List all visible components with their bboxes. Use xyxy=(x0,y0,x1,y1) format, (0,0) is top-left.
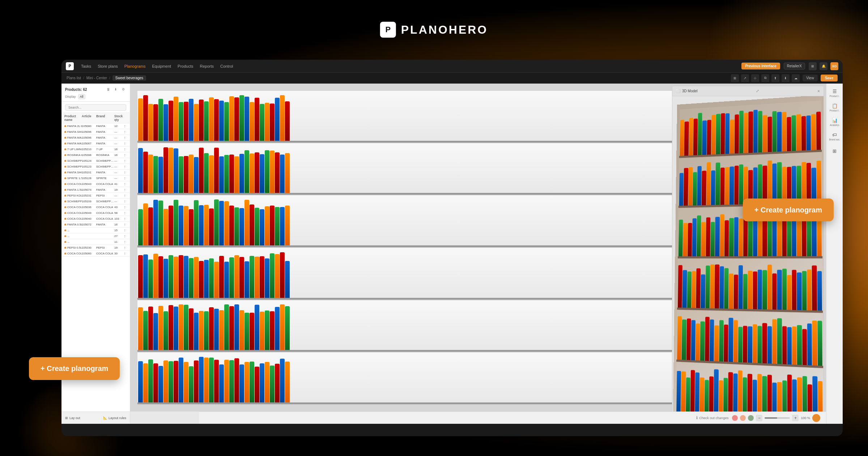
col-stock: Stock qty xyxy=(114,114,123,122)
nav-item-control[interactable]: Control xyxy=(220,64,233,68)
table-row[interactable]: FANTA SHOKAT... 105096 FANTA — ⋮ xyxy=(61,129,130,135)
create-planogram-right-label: + Create planogram xyxy=(754,206,822,214)
table-row[interactable]: SCHWEPPES IN... 105124 SCHWEPPES — ⋮ xyxy=(61,158,130,164)
breadcrumb-mini-center[interactable]: Mini - Center xyxy=(86,76,107,80)
download-icon[interactable]: ⬇ xyxy=(782,74,790,82)
display-row: Display All xyxy=(65,94,126,99)
search-input[interactable] xyxy=(65,104,126,111)
extra-icon: ⊞ xyxy=(833,148,837,154)
table-row[interactable]: ... 27 ⋮ xyxy=(61,233,130,239)
table-row[interactable]: COCA COLA 0.5... 105036 COCA COLA 43 ⋮ xyxy=(61,204,130,210)
model-title: ⬜ 3D Model xyxy=(676,89,698,93)
table-row[interactable]: FANTA 0.5L JT... 105072 FANTA 16 ⋮ xyxy=(61,222,130,228)
table-row[interactable]: SCHWEPPES 0.3... 105109 SCHWEPPES — ⋮ xyxy=(61,199,130,204)
zoom-reset-button[interactable] xyxy=(812,414,820,422)
arrow-icon[interactable]: ↗ xyxy=(741,74,749,82)
analytics-label: Analytics xyxy=(830,124,839,127)
nav-item-tasks[interactable]: Tasks xyxy=(81,64,91,68)
table-row[interactable]: ... 15 ⋮ xyxy=(61,228,130,233)
product-info-label: Product l. xyxy=(830,109,839,112)
table-row[interactable]: FANTA 2L BL AP... 105080 FANTA 12 ⋮ xyxy=(61,123,130,129)
table-row[interactable]: FANTA SHOKAT... 105101 FANTA — ⋮ xyxy=(61,170,130,176)
table-row[interactable]: ROSINKA KREM... 105288 ROSINKA 16 ⋮ xyxy=(61,152,130,158)
model-3d-panel: ⬜ 3D Model ⤢ × xyxy=(672,86,824,422)
display-select[interactable]: All xyxy=(78,94,85,99)
zoom-slider[interactable] xyxy=(765,417,790,419)
right-icon-extra[interactable]: ⊞ xyxy=(828,144,841,157)
cursor-icon[interactable]: ⊹ xyxy=(751,74,759,82)
table-row[interactable]: FANTA MANGUA... 105096 FANTA — ⋮ xyxy=(61,135,130,141)
layout-rules-label: Layout rules xyxy=(109,416,126,420)
shelf-3d-row xyxy=(679,101,822,158)
table-row[interactable]: SPRITE 1.5L BL 105128 SPRITE — ⋮ xyxy=(61,176,130,181)
brand-label: Brand aut. xyxy=(829,138,840,141)
product-list-label: Product l. xyxy=(830,95,839,98)
brand-icon: 🏷 xyxy=(832,132,837,138)
table-row[interactable]: ... 11 ⋮ xyxy=(61,239,130,245)
save-button[interactable]: Save xyxy=(821,75,838,81)
grid-icon[interactable]: ⊞ xyxy=(809,62,817,70)
table-row[interactable]: 7 UP LIMNBLAY... 105210 7 UP 16 ⋮ xyxy=(61,147,130,152)
table-row[interactable]: PEPSI KOLA 0.2... 105231 PEPSI — ⋮ xyxy=(61,193,130,199)
zoom-minus[interactable]: − xyxy=(756,415,762,421)
table-row[interactable]: FANTA MANGUA... 105067 FANTA — ⋮ xyxy=(61,141,130,147)
settings-icon[interactable]: ☁ xyxy=(792,74,800,82)
grid-view-icon[interactable]: ⊞ xyxy=(731,74,739,82)
nav-item-equipment[interactable]: Equipment xyxy=(152,64,171,68)
table-row[interactable]: COCA COLA 0.5... 105040 COCA COLA 103 ⋮ xyxy=(61,216,130,222)
table-row[interactable]: COCA COLA VA... 105060 COCA COLA 30 ⋮ xyxy=(61,251,130,257)
create-planogram-cta-right[interactable]: + Create planogram xyxy=(743,198,834,221)
nav-item-reports[interactable]: Reports xyxy=(200,64,214,68)
right-icon-brand[interactable]: 🏷 Brand aut. xyxy=(828,130,841,143)
sidebar-actions: 🗑 ⬇ ⚙ xyxy=(105,86,126,92)
table-row[interactable]: FANTA 1.5L BL A... 105074 FANTA 19 ⋮ xyxy=(61,187,130,193)
trash-icon[interactable]: 🗑 xyxy=(105,86,111,92)
nav-item-planograms[interactable]: Planograms xyxy=(124,64,146,68)
create-planogram-cta-left[interactable]: + Create planogram xyxy=(29,357,120,380)
settings-icon[interactable]: ⚙ xyxy=(120,86,126,92)
layout-rules-button[interactable]: 📐 Layout rules xyxy=(103,416,126,420)
col-product-name: Product name xyxy=(64,114,82,122)
toolbar-icons: ⊞ ↗ ⊹ ⧉ ⬆ ⬇ ☁ xyxy=(731,74,800,82)
nav-item-storeplans[interactable]: Store plans xyxy=(98,64,118,68)
right-icon-analytics[interactable]: 📊 Analytics xyxy=(828,115,841,128)
nav-item-products[interactable]: Products xyxy=(178,64,193,68)
product-table-header: Product name Article Brand Stock qty xyxy=(61,113,130,123)
sidebar-header: Products: 62 🗑 ⬇ ⚙ Display All xyxy=(61,84,130,102)
table-row[interactable]: SCHWEPPES GO... 105123 SCHWEPPES — ⋮ xyxy=(61,164,130,170)
check-changes-link[interactable]: ℹ Check out changes xyxy=(696,415,728,420)
right-icon-product-list[interactable]: ☰ Product l. xyxy=(828,86,841,100)
user-avatar[interactable]: XO xyxy=(830,62,838,70)
shelf-3d-row xyxy=(677,259,823,313)
copy-icon[interactable]: ⧉ xyxy=(761,74,769,82)
right-panel: ☰ Product l. 📋 Product l. 📊 Analytics 🏷 … xyxy=(826,84,843,424)
bell-icon[interactable]: 🔔 xyxy=(820,62,827,70)
prev-interface-button[interactable]: Previous interface xyxy=(741,63,780,69)
list-icon: ☰ xyxy=(833,89,837,94)
zoom-color-b[interactable] xyxy=(740,415,746,421)
nav-icons: ⊞ 🔔 XO xyxy=(809,62,838,70)
search-input-wrap xyxy=(61,102,130,113)
export-icon[interactable]: ⬇ xyxy=(113,86,119,92)
browser-window: P Tasks Store plans Planograms Equipment… xyxy=(61,60,843,436)
right-icon-product-info[interactable]: 📋 Product l. xyxy=(828,101,841,114)
zoom-controls: − + 100 % xyxy=(732,414,820,422)
breadcrumb-plans-list[interactable]: Plans list xyxy=(67,76,81,80)
layout-button[interactable]: ⊞ Lay out xyxy=(65,416,80,420)
view-button[interactable]: View xyxy=(803,75,818,81)
upload-icon[interactable]: ⬆ xyxy=(771,74,779,82)
breadcrumb-bar: Plans list / Mini - Center / Sweet bever… xyxy=(61,73,843,84)
layout-icon: ⊞ xyxy=(65,416,68,420)
layout-rules-icon: 📐 xyxy=(103,416,107,420)
zoom-color-a[interactable] xyxy=(732,415,738,421)
nav-items: Tasks Store plans Planograms Equipment P… xyxy=(81,64,734,68)
model-content xyxy=(672,96,824,421)
zoom-plus[interactable]: + xyxy=(792,415,799,421)
model-title-text: 3D Model xyxy=(682,89,698,93)
model-close-button[interactable]: × xyxy=(817,89,820,94)
table-row[interactable]: COCA COLA 2L BL 105049 COCA COLA 58 ⋮ xyxy=(61,210,130,216)
table-row[interactable]: PEPSI 0.5L JT... 105230 PEPSI 19 ⋮ xyxy=(61,245,130,251)
zoom-color-c[interactable] xyxy=(748,415,754,421)
table-row[interactable]: COCA COLA 1.5... 105043 COCA COLA 41 ⋮ xyxy=(61,181,130,187)
model-expand-icon[interactable]: ⤢ xyxy=(756,89,759,93)
